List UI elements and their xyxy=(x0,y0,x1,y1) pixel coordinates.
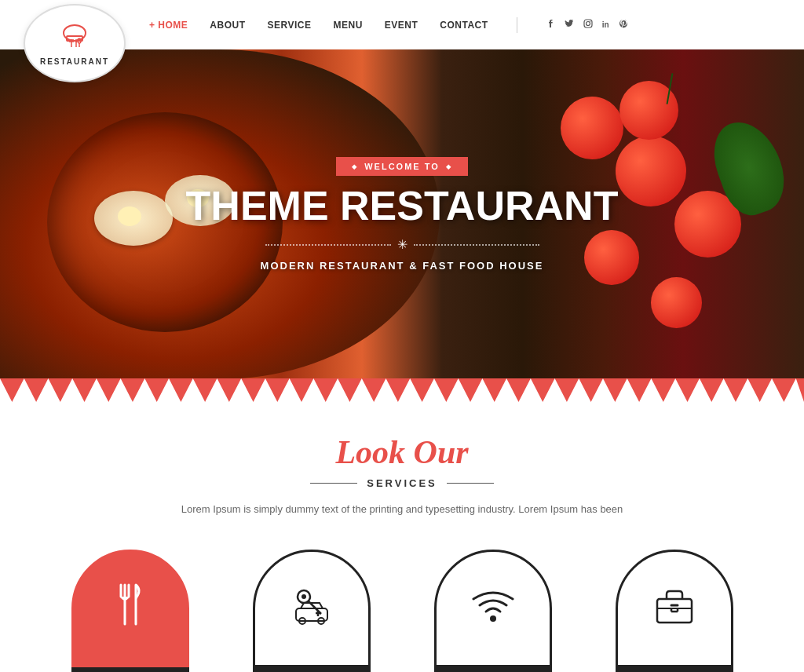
logo-text: RESTAURANT xyxy=(40,57,109,66)
conference-halls-label: CONFERENCE HALLS xyxy=(616,667,733,672)
social-icons: in xyxy=(546,19,628,31)
nav-item-menu[interactable]: MENU xyxy=(333,20,362,31)
hero-section: WELCOME TO THEME RESTAURANT ✳ MODERN RES… xyxy=(0,49,804,379)
fork-knife-icon xyxy=(111,581,150,635)
svg-point-25 xyxy=(490,615,496,622)
car-key-icon xyxy=(288,581,335,635)
hero-title: THEME RESTAURANT xyxy=(166,185,638,226)
zigzag-divider xyxy=(0,378,804,402)
services-cards: ONLINE BOOKING Communication skills, inc… xyxy=(47,550,757,672)
services-line-right xyxy=(447,483,494,484)
online-booking-icon-wrap xyxy=(71,550,189,667)
egg-yolk1 xyxy=(118,206,141,226)
nav-divider xyxy=(517,17,517,33)
services-section: Look Our SERVICES Lorem Ipsum is simply … xyxy=(0,402,804,672)
nav-item-event[interactable]: EVENT xyxy=(385,20,418,31)
instagram-icon[interactable] xyxy=(583,19,593,31)
nav-item-service[interactable]: SERVICE xyxy=(268,20,312,31)
nav-links: HOME ABOUT SERVICE MENU EVENT CONTACT in xyxy=(149,17,788,33)
services-description: Lorem Ipsum is simply dummy text of the … xyxy=(166,502,638,518)
services-heading: Look Our xyxy=(47,433,757,471)
pinterest-icon[interactable] xyxy=(619,19,628,31)
briefcase-icon xyxy=(651,583,698,634)
hero-subtitle: MODERN RESTAURANT & FAST FOOD HOUSE xyxy=(166,260,638,272)
logo-svg xyxy=(59,20,90,52)
online-booking-label: ONLINE BOOKING xyxy=(71,667,189,672)
free-wifi-label: FREE WIFI xyxy=(434,667,552,672)
tomato-6 xyxy=(651,277,702,328)
svg-point-18 xyxy=(302,594,306,599)
svg-rect-10 xyxy=(584,20,592,27)
svg-point-11 xyxy=(586,22,590,26)
services-subtitle: SERVICES xyxy=(367,477,437,489)
tomato-1 xyxy=(561,97,623,159)
service-card-free-wifi: FREE WIFI Communication skills, includin… xyxy=(415,550,572,672)
navbar: RESTAURANT HOME ABOUT SERVICE MENU EVENT… xyxy=(0,0,804,49)
hero-divider: ✳ xyxy=(166,237,638,252)
logo[interactable]: RESTAURANT xyxy=(24,4,126,82)
hero-content: WELCOME TO THEME RESTAURANT ✳ MODERN RES… xyxy=(166,157,638,272)
nav-item-home[interactable]: HOME xyxy=(149,20,188,31)
conference-halls-icon-wrap xyxy=(616,550,733,667)
welcome-text: WELCOME TO xyxy=(364,162,440,171)
free-parking-label: FREE PARKING xyxy=(253,667,371,672)
facebook-icon[interactable] xyxy=(546,19,555,31)
services-subtitle-wrap: SERVICES xyxy=(47,477,757,489)
nav-item-contact[interactable]: CONTACT xyxy=(440,20,488,31)
nav-item-about[interactable]: ABOUT xyxy=(210,20,245,31)
service-card-conference-halls: CONFERENCE HALLS Communication skills, i… xyxy=(596,550,753,672)
linkedin-icon[interactable]: in xyxy=(602,20,609,29)
twitter-icon[interactable] xyxy=(565,19,574,31)
egg1 xyxy=(94,191,173,246)
services-line-left xyxy=(310,483,357,484)
svg-point-12 xyxy=(590,21,590,22)
wifi-icon xyxy=(470,585,517,631)
free-parking-icon-wrap xyxy=(253,550,371,667)
service-card-online-booking: ONLINE BOOKING Communication skills, inc… xyxy=(52,550,209,672)
divider-line-left xyxy=(265,244,391,246)
service-card-free-parking: FREE PARKING Communication skills, inclu… xyxy=(233,550,390,672)
divider-star: ✳ xyxy=(397,237,407,252)
logo-icon xyxy=(59,20,90,56)
divider-line-right xyxy=(414,244,539,246)
free-wifi-icon-wrap xyxy=(434,550,552,667)
welcome-badge: WELCOME TO xyxy=(336,157,468,176)
